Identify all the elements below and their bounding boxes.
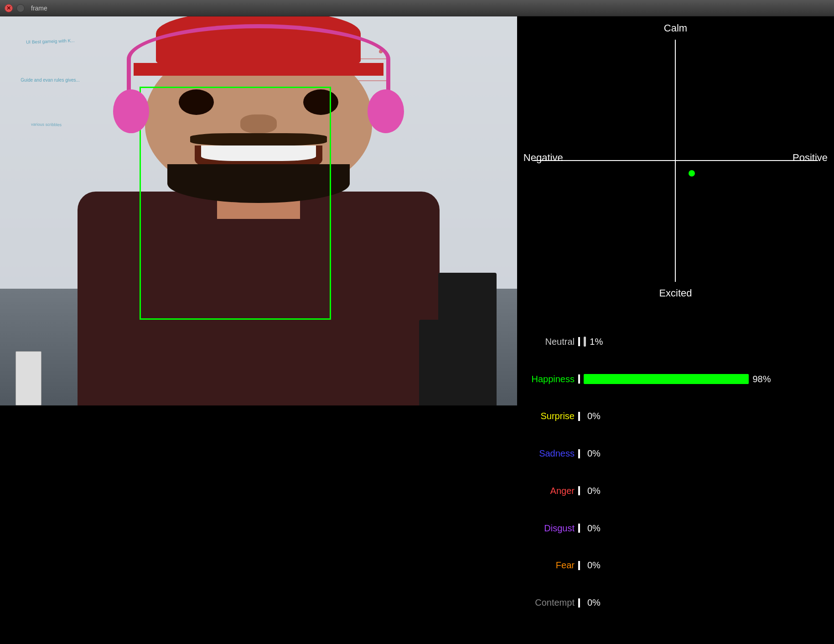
emotion-label-surprise: Surprise — [524, 411, 575, 421]
chair-back — [438, 273, 497, 324]
trash-can — [16, 351, 41, 405]
emotion-label-contempt: Contempt — [524, 597, 575, 608]
emotion-label-neutral: Neutral — [524, 337, 575, 347]
emotion-dot — [689, 170, 695, 177]
bar-pct-sadness: 0% — [587, 448, 601, 459]
bar-divider-sadness — [578, 449, 580, 458]
bar-track-surprise: 0% — [584, 411, 827, 421]
nose — [240, 114, 277, 133]
headphone-cup-right — [368, 89, 404, 133]
bar-divider-happiness — [578, 374, 580, 384]
label-calm: Calm — [664, 22, 687, 34]
right-panel: Calm Excited Negative Positive Neutral 1… — [517, 16, 834, 644]
whiteboard-text-2: Guide and evan rules gives... — [21, 78, 80, 83]
whiteboard-text-3: various scribbles — [31, 122, 62, 127]
person-head — [145, 40, 373, 195]
emotion-row-happiness: Happiness 98% — [524, 374, 827, 384]
camera-feed: UI Best gameig with K... Guide and evan … — [0, 16, 517, 405]
emotion-row-contempt: Contempt 0% — [524, 597, 827, 608]
close-button[interactable]: ✕ — [5, 4, 13, 12]
emotion-row-surprise: Surprise 0% — [524, 411, 827, 421]
bar-track-happiness: 98% — [584, 374, 827, 384]
emotion-row-neutral: Neutral 1% — [524, 337, 827, 347]
bar-pct-disgust: 0% — [587, 523, 601, 534]
bar-pct-contempt: 0% — [587, 597, 601, 608]
headphone-band — [127, 24, 391, 94]
beard — [167, 164, 349, 203]
bar-pct-fear: 0% — [587, 560, 601, 571]
emotion-label-disgust: Disgust — [524, 523, 575, 534]
bar-divider-contempt — [578, 598, 580, 608]
emotion-row-disgust: Disgust 0% — [524, 523, 827, 534]
minimize-button[interactable] — [16, 4, 25, 12]
bar-track-neutral: 1% — [584, 337, 827, 347]
label-excited: Excited — [659, 287, 692, 299]
bar-pct-happiness: 98% — [752, 374, 771, 384]
bar-pct-anger: 0% — [587, 486, 601, 496]
bar-track-fear: 0% — [584, 561, 827, 571]
bar-track-sadness: 0% — [584, 449, 827, 459]
mustache — [190, 133, 326, 145]
bar-pct-surprise: 0% — [587, 411, 601, 421]
person-body — [78, 192, 440, 405]
bar-fill-neutral — [584, 337, 586, 347]
bar-divider-disgust — [578, 524, 580, 533]
chair — [419, 320, 497, 405]
emotion-label-sadness: Sadness — [524, 448, 575, 459]
bar-track-disgust: 0% — [584, 523, 827, 533]
camera-black-bottom — [0, 405, 517, 644]
whiteboard-text-1: UI Best gameig with K... — [26, 38, 75, 45]
bar-divider-neutral — [578, 337, 580, 346]
bar-divider-anger — [578, 486, 580, 495]
emotion-label-fear: Fear — [524, 560, 575, 571]
titlebar: ✕ frame — [0, 0, 834, 16]
label-positive: Positive — [793, 152, 828, 164]
emotion-row-sadness: Sadness 0% — [524, 448, 827, 459]
window-title: frame — [31, 5, 47, 12]
bar-divider-surprise — [578, 412, 580, 421]
emotion-row-anger: Anger 0% — [524, 486, 827, 496]
axis-horizontal — [533, 160, 818, 161]
emotion-bars: Neutral 1% Happiness 98% Surprise — [517, 305, 834, 644]
bar-track-anger: 0% — [584, 486, 827, 496]
emotion-row-fear: Fear 0% — [524, 560, 827, 571]
camera-area: UI Best gameig with K... Guide and evan … — [0, 16, 517, 644]
headphone-cup-left — [113, 89, 150, 133]
bar-track-contempt: 0% — [584, 598, 827, 608]
bar-divider-fear — [578, 561, 580, 570]
emotion-label-happiness: Happiness — [524, 374, 575, 384]
bar-fill-happiness — [584, 374, 749, 384]
emotion-label-anger: Anger — [524, 486, 575, 496]
emotion-chart: Calm Excited Negative Positive — [517, 16, 834, 305]
main-layout: UI Best gameig with K... Guide and evan … — [0, 16, 834, 644]
label-negative: Negative — [523, 152, 563, 164]
teeth — [201, 145, 316, 161]
bar-pct-neutral: 1% — [590, 337, 603, 347]
